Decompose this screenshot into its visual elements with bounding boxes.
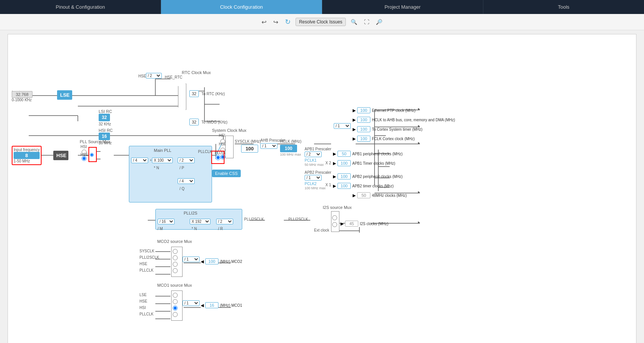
ext-clock-label: Ext clock bbox=[314, 228, 329, 232]
mco2-pllclk-radio[interactable] bbox=[173, 268, 178, 273]
cortex-timer-label: To Cortex System timer (MHz) bbox=[372, 127, 423, 131]
apb1-timer-label: APB1 Timer clocks (MHz) bbox=[352, 161, 395, 165]
redo-button[interactable]: ↪ bbox=[271, 18, 280, 26]
apb2-timer-val[interactable]: 100 bbox=[337, 183, 351, 189]
svg-marker-62 bbox=[418, 108, 420, 110]
lse-freq-val[interactable]: 32.768 bbox=[12, 91, 33, 98]
pll-q-select[interactable]: / 4 bbox=[178, 178, 195, 184]
mco2-sysclk-radio[interactable] bbox=[173, 249, 178, 254]
pll-p-select[interactable]: / 2 bbox=[178, 158, 195, 163]
sys-hsi-label: HSI bbox=[219, 133, 225, 138]
hclk-bus-val[interactable]: 100 bbox=[357, 117, 370, 123]
mhz48-output: ▶ 50 48MHz clocks (MHz) bbox=[353, 192, 407, 198]
mco2-sysclk-label: SYSCLK bbox=[139, 249, 154, 253]
mco1-div-select[interactable]: / 1 bbox=[183, 300, 200, 306]
plli2sclk-label-mid: PLLI2SCLK bbox=[244, 217, 264, 221]
nav-clock[interactable]: Clock Configuration bbox=[161, 0, 322, 14]
i2s-m-label: / M bbox=[158, 227, 163, 231]
toolbar: ↩ ↪ ↻ Resolve Clock Issues 🔍 ⛶ 🔍 bbox=[0, 14, 644, 30]
apb1-periph-val[interactable]: 50 bbox=[337, 151, 351, 157]
mco2-unit-label: (MHz) MCO2 bbox=[220, 260, 242, 264]
pll-src-mux[interactable] bbox=[88, 147, 97, 162]
i2s-m-select[interactable]: / 16 bbox=[158, 219, 175, 224]
apb2-timer-label: APB2 timer clocks (Mhz) bbox=[352, 184, 393, 188]
mco1-val[interactable]: 16 bbox=[205, 302, 218, 308]
sys-mux-title: System Clock Mux bbox=[212, 128, 246, 133]
pll-hsi-label: HSI bbox=[80, 145, 87, 149]
hclk-bus-output: ▶ 100 HCLK to AHB bus, core, memory and … bbox=[353, 117, 455, 123]
hclk-max: 100 MHz max bbox=[280, 153, 301, 156]
enable-css-button[interactable]: Enable CSS bbox=[212, 170, 241, 177]
apb2-select[interactable]: / 1 bbox=[305, 175, 322, 181]
hse-freq-val[interactable]: 8 bbox=[14, 152, 40, 159]
mhz48-val[interactable]: 50 bbox=[357, 192, 370, 198]
zoom-in-button[interactable]: 🔍 bbox=[349, 18, 359, 26]
ethernet-val[interactable]: 100 bbox=[357, 107, 370, 113]
i2s-label: I2S clocks (MHz) bbox=[360, 222, 389, 226]
i2s-mux-trap[interactable] bbox=[331, 211, 339, 232]
i2s-n-select[interactable]: X 192 bbox=[190, 219, 211, 224]
pll-src-title: PLL Source Mux bbox=[80, 139, 110, 144]
mco2-plli2s-radio[interactable] bbox=[173, 255, 178, 260]
i2s-val[interactable]: 45 bbox=[345, 221, 358, 227]
to-iwdg-container: 32 To IWDG (KHz) bbox=[189, 119, 228, 125]
apb2-periph-val[interactable]: 100 bbox=[337, 173, 351, 179]
ahb-select[interactable]: / 1 bbox=[260, 143, 277, 149]
fclk-label: FCLK Cortex clock (MHz) bbox=[372, 137, 415, 141]
pll-q-label: / Q bbox=[180, 187, 184, 191]
mco2-hse-label: HSE bbox=[139, 262, 147, 266]
mco1-hsi-radio[interactable] bbox=[173, 306, 178, 311]
mco1-lse-radio[interactable] bbox=[173, 293, 178, 298]
i2s-r-select[interactable]: / 2 bbox=[216, 219, 233, 224]
main-content: RTC Clock Mux HSE / 2 HSE_RTC LSE Input … bbox=[0, 30, 644, 343]
ethernet-label: Ethernet PTP clock (MHz) bbox=[372, 108, 415, 113]
rtc-mux[interactable] bbox=[178, 83, 186, 110]
to-rtc-label: To RTC (KHz) bbox=[201, 92, 225, 96]
i2s-ext-radio[interactable] bbox=[332, 222, 337, 227]
lse-freq-range: 0-1000 KHz bbox=[12, 98, 33, 102]
pll-n-select[interactable]: X 100 bbox=[152, 158, 173, 163]
mco2-val[interactable]: 100 bbox=[205, 258, 218, 264]
apb2-label: APB2 Prescaler bbox=[305, 170, 331, 175]
cortex-timer-val[interactable]: 100 bbox=[357, 126, 370, 132]
mco1-hse-radio[interactable] bbox=[173, 299, 178, 304]
lsi-rc-label: LSI RC bbox=[99, 109, 112, 114]
pllclk-selected-radio[interactable] bbox=[215, 155, 221, 160]
apb1-select[interactable]: / 2 bbox=[305, 151, 322, 157]
ethernet-output: ▶ 100 Ethernet PTP clock (MHz) bbox=[353, 107, 415, 113]
fclk-val[interactable]: 100 bbox=[357, 136, 370, 142]
nav-project[interactable]: Project Manager bbox=[322, 0, 483, 14]
svg-marker-64 bbox=[418, 142, 420, 144]
hclk-val[interactable]: 100 bbox=[280, 145, 297, 152]
resolve-clock-button[interactable]: Resolve Clock Issues bbox=[296, 18, 346, 26]
pll-m-select[interactable]: / 4 bbox=[131, 158, 148, 163]
pll-src-selected-radio[interactable] bbox=[90, 153, 94, 157]
mco1-pllclk-radio[interactable] bbox=[173, 312, 178, 317]
pclk1-label: PCLK1 bbox=[305, 158, 317, 162]
pllclk-mux-box[interactable] bbox=[211, 151, 224, 164]
refresh-button[interactable]: ↻ bbox=[283, 17, 293, 27]
diagram-area: RTC Clock Mux HSE / 2 HSE_RTC LSE Input … bbox=[8, 34, 636, 343]
nav-tools[interactable]: Tools bbox=[483, 0, 644, 14]
pclk2-sub: 100 MHz max bbox=[305, 186, 326, 190]
hse-div2-select[interactable]: / 2 bbox=[146, 73, 162, 79]
mhz48-label: 48MHz clocks (MHz) bbox=[372, 193, 407, 198]
sys-mux-trapezoid[interactable] bbox=[225, 136, 234, 158]
fclk-output: ▶ 100 FCLK Cortex clock (MHz) bbox=[353, 136, 415, 142]
apb2-timer-output: ▶ 100 APB2 timer clocks (Mhz) bbox=[333, 183, 393, 189]
apb1-timer-val[interactable]: 100 bbox=[337, 160, 351, 166]
top-nav: Pinout & Configuration Clock Configurati… bbox=[0, 0, 644, 14]
sysclk-val[interactable]: 100 bbox=[241, 145, 258, 153]
hsi-val: 16 bbox=[99, 133, 110, 140]
zoom-out-button[interactable]: 🔍 bbox=[374, 18, 384, 26]
cortex-timer-select[interactable]: / 1 bbox=[334, 123, 351, 129]
nav-pinout[interactable]: Pinout & Configuration bbox=[0, 0, 161, 14]
hclk-bus-label: HCLK to AHB bus, core, memory and DMA (M… bbox=[372, 118, 455, 122]
mco2-div-select[interactable]: / 1 bbox=[183, 256, 200, 262]
i2s-plli2sclk-radio[interactable] bbox=[332, 215, 337, 220]
fit-button[interactable]: ⛶ bbox=[362, 18, 371, 26]
pclk1-sub: 50 MHz max bbox=[305, 163, 324, 167]
mco2-hse-radio[interactable] bbox=[173, 262, 178, 267]
pll-hse-radio[interactable] bbox=[82, 156, 87, 161]
undo-button[interactable]: ↩ bbox=[260, 18, 268, 26]
